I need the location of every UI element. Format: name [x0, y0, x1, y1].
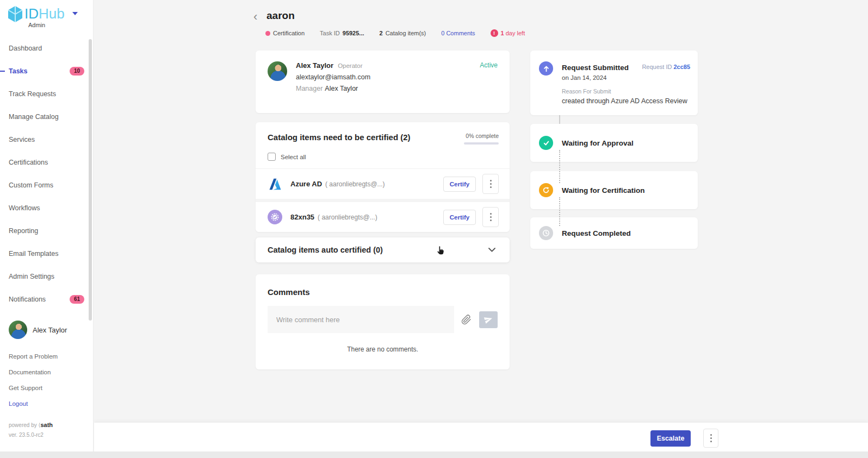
task-id: Task ID 95925... — [320, 30, 364, 36]
comments-section-title: Comments — [268, 287, 498, 297]
sidebar-item-email-templates[interactable]: Email Templates — [0, 242, 93, 265]
catalog-item-account: ( aaronliebregts@...) — [318, 214, 377, 221]
certification-progress: 0% complete — [464, 133, 499, 145]
back-button[interactable]: ‹ — [253, 11, 257, 23]
comments-card: Comments There are no comments. — [256, 274, 510, 369]
logo-wordmark: IDHub — [24, 4, 65, 23]
task-meta-row: Certification Task ID 95925... 2 Catalog… — [265, 29, 525, 37]
sidebar: IDHub Admin Dashboard Tasks 10 Track Req… — [0, 0, 94, 451]
check-icon — [539, 136, 553, 150]
documentation-link[interactable]: Documentation — [9, 369, 58, 375]
sidebar-item-reporting[interactable]: Reporting — [0, 219, 93, 242]
comment-input[interactable] — [268, 306, 454, 333]
alert-icon: ! — [491, 29, 498, 37]
sidebar-item-notifications[interactable]: Notifications 61 — [0, 288, 93, 311]
app-logo: IDHub — [8, 4, 78, 23]
progress-label: 0% complete — [464, 133, 499, 139]
user-name: Alex Taylor — [33, 326, 67, 334]
timeline-step-waiting-approval: Waiting for Approval — [530, 124, 698, 162]
catalog-items-card: Catalog items need to be certified (2) 0… — [256, 122, 510, 232]
select-all-label: Select all — [281, 154, 306, 160]
operator-avatar — [268, 61, 287, 81]
sidebar-user-profile[interactable]: Alex Taylor — [9, 321, 67, 339]
azure-ad-icon — [268, 177, 282, 191]
auto-certified-title: Catalog items auto certified (0) — [268, 246, 383, 254]
certified-seal-icon — [268, 210, 282, 224]
notifications-count-badge: 61 — [70, 295, 84, 304]
sidebar-item-manage-catalog[interactable]: Manage Catalog — [0, 105, 93, 128]
request-id: Request ID2cc85 — [642, 64, 690, 70]
progress-bar — [464, 142, 499, 145]
bottom-strip — [0, 451, 868, 458]
certify-button[interactable]: Certify — [443, 210, 476, 225]
due-warning: ! 1day left — [491, 29, 525, 37]
timeline-step-waiting-certification: Waiting for Certification — [530, 171, 698, 209]
timeline-connector — [559, 150, 560, 183]
sidebar-item-admin-settings[interactable]: Admin Settings — [0, 265, 93, 288]
sidebar-item-dashboard[interactable]: Dashboard — [0, 37, 93, 60]
get-support-link[interactable]: Get Support — [9, 385, 58, 391]
catalog-section-title: Catalog items need to be certified (2) — [268, 133, 411, 142]
operator-card: Alex Taylor Operator alextaylor@iamsath.… — [256, 51, 510, 113]
sidebar-nav: Dashboard Tasks 10 Track Requests Manage… — [0, 37, 93, 311]
chevron-down-icon[interactable] — [488, 248, 495, 252]
auto-certified-expander[interactable]: Catalog items auto certified (0) — [256, 237, 510, 262]
logout-link[interactable]: Logout — [9, 400, 58, 407]
logo-dropdown-caret-icon[interactable] — [72, 12, 78, 15]
operator-name: Alex Taylor — [296, 61, 333, 70]
idhub-hexagon-icon — [8, 5, 23, 23]
task-type: Certification — [265, 30, 305, 36]
sidebar-item-services[interactable]: Services — [0, 128, 93, 151]
catalog-item-count: 2 Catalog item(s) — [380, 30, 426, 36]
report-a-problem-link[interactable]: Report a Problem — [9, 353, 58, 360]
catalog-item-name: Azure AD — [290, 180, 322, 188]
timeline-step-title: Waiting for Certification — [562, 186, 645, 195]
timeline-step-date: on Jan 14, 2024 — [562, 74, 690, 81]
attach-file-paperclip-icon[interactable] — [461, 314, 472, 325]
sidebar-footer-links: Report a Problem Documentation Get Suppo… — [9, 353, 58, 416]
item-menu-kebab-icon[interactable] — [482, 174, 499, 194]
timeline-step-request-completed: Request Completed — [530, 217, 698, 249]
item-menu-kebab-icon[interactable] — [482, 207, 499, 227]
footer-menu-kebab-icon[interactable] — [703, 429, 718, 448]
refresh-icon — [539, 183, 553, 197]
sidebar-scrollbar[interactable] — [89, 39, 92, 321]
logo-subtitle: Admin — [28, 22, 45, 28]
active-indicator — [0, 71, 5, 72]
escalate-button[interactable]: Escalate — [650, 430, 691, 447]
no-comments-text: There are no comments. — [268, 346, 498, 353]
sidebar-item-certifications[interactable]: Certifications — [0, 151, 93, 174]
timeline-connector — [559, 197, 560, 226]
sidebar-item-tasks[interactable]: Tasks 10 — [0, 60, 93, 83]
action-footer: Escalate — [94, 423, 868, 451]
catalog-item-row-82xn35: 82xn35 ( aaronliebregts@...) Certify — [256, 202, 510, 232]
sidebar-item-track-requests[interactable]: Track Requests — [0, 83, 93, 105]
comments-count-link[interactable]: 0 Comments — [441, 30, 475, 36]
clock-icon — [539, 226, 553, 240]
reason-label: Reason For Submit — [562, 88, 690, 95]
sidebar-item-workflows[interactable]: Workflows — [0, 197, 93, 219]
timeline-step-title: Waiting for Approval — [562, 139, 634, 147]
page-title: aaron — [266, 10, 295, 22]
operator-role: Operator — [338, 62, 362, 69]
version-text: ver. 23.5.0-rc2 — [9, 432, 44, 438]
user-avatar — [9, 321, 27, 339]
certification-dot-icon — [265, 31, 270, 36]
operator-email: alextaylor@iamsath.com — [296, 73, 370, 81]
timeline-step-request-submitted: Request Submitted Request ID2cc85 on Jan… — [530, 51, 698, 115]
powered-by-text: powered by ⟨sath — [9, 422, 53, 428]
arrow-up-icon — [539, 61, 553, 76]
catalog-item-row-azure-ad: Azure AD ( aaronliebregts@...) Certify — [256, 169, 510, 199]
tasks-count-badge: 10 — [70, 67, 84, 76]
select-all-checkbox[interactable] — [268, 153, 276, 161]
reason-text: created through Azure AD Access Review — [562, 97, 690, 105]
catalog-item-name: 82xn35 — [290, 213, 314, 221]
status-badge: Active — [480, 61, 498, 92]
sath-logo: sath — [40, 422, 53, 428]
sidebar-item-custom-forms[interactable]: Custom Forms — [0, 174, 93, 197]
send-comment-button[interactable] — [479, 311, 498, 328]
send-plane-icon — [483, 314, 494, 325]
certify-button[interactable]: Certify — [443, 177, 476, 192]
catalog-item-account: ( aaronliebregts@...) — [325, 180, 385, 188]
operator-manager: ManagerAlex Taylor — [296, 85, 370, 92]
